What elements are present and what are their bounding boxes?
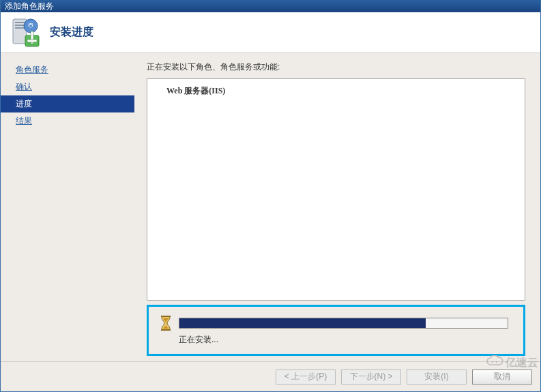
svg-rect-3 xyxy=(15,27,25,29)
titlebar: 添加角色服务 xyxy=(1,0,540,12)
header: 安装进度 xyxy=(1,12,540,53)
dialog-window: 添加角色服务 安装进度 角色服务 确认 进度 结果 xyxy=(0,0,541,392)
svg-rect-10 xyxy=(161,329,171,331)
install-message: 正在安装以下角色、角色服务或功能: xyxy=(147,61,525,73)
role-item: Web 服务器(IIS) xyxy=(166,85,506,97)
sidebar-item-progress[interactable]: 进度 xyxy=(1,95,134,112)
body-area: 角色服务 确认 进度 结果 正在安装以下角色、角色服务或功能: Web 服务器(… xyxy=(1,53,540,361)
progress-bar-fill xyxy=(179,318,426,328)
svg-rect-9 xyxy=(161,316,171,317)
install-button[interactable]: 安装(I) xyxy=(407,370,467,385)
content-box: Web 服务器(IIS) xyxy=(147,78,525,301)
status-text: 正在安装... xyxy=(179,334,508,346)
progress-bar xyxy=(179,318,508,329)
progress-row xyxy=(160,315,508,331)
progress-area: 正在安装... xyxy=(147,305,525,356)
window-title: 添加角色服务 xyxy=(5,1,54,12)
prev-button[interactable]: < 上一步(P) xyxy=(276,370,336,385)
page-title: 安装进度 xyxy=(50,25,93,40)
svg-rect-1 xyxy=(15,22,25,23)
sidebar-item-results[interactable]: 结果 xyxy=(1,112,134,130)
svg-point-5 xyxy=(29,25,32,27)
next-button[interactable]: 下一步(N) > xyxy=(341,370,401,385)
svg-rect-2 xyxy=(15,25,25,26)
sidebar-item-role-services[interactable]: 角色服务 xyxy=(1,61,134,78)
svg-rect-8 xyxy=(27,40,37,42)
sidebar: 角色服务 确认 进度 结果 xyxy=(1,53,134,361)
sidebar-item-confirm[interactable]: 确认 xyxy=(1,78,134,95)
hourglass-icon xyxy=(160,315,172,331)
main-panel: 正在安装以下角色、角色服务或功能: Web 服务器(IIS) xyxy=(134,53,540,361)
server-install-icon xyxy=(9,16,42,49)
cancel-button[interactable]: 取消 xyxy=(472,370,532,385)
footer: < 上一步(P) 下一步(N) > 安装(I) 取消 xyxy=(1,361,540,391)
